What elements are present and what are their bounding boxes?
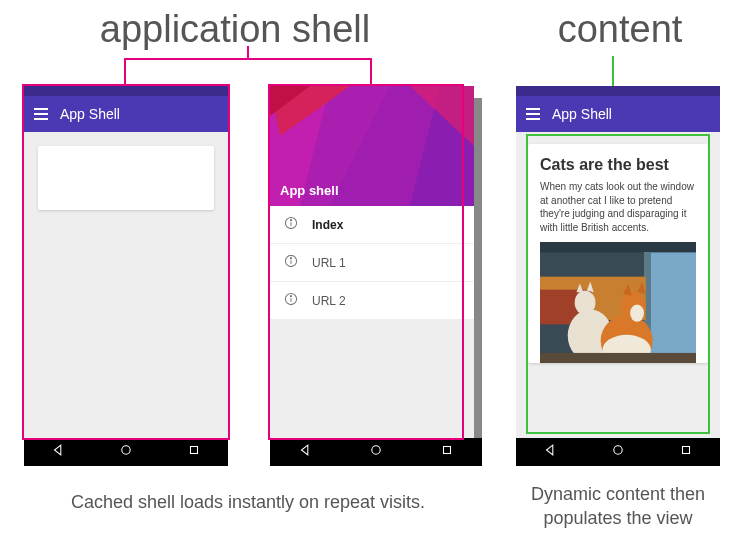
nav-home-icon[interactable] <box>611 443 625 461</box>
appbar: App Shell <box>24 96 228 132</box>
phone-shell-empty: App Shell <box>24 86 228 466</box>
app-title: App Shell <box>552 106 612 122</box>
nav-back-icon[interactable] <box>51 443 65 461</box>
nav-home-icon[interactable] <box>369 443 383 461</box>
drawer-item-url2[interactable]: URL 2 <box>270 282 474 320</box>
drawer-item-label: URL 2 <box>312 294 346 308</box>
android-navbar <box>24 438 228 466</box>
info-icon <box>284 254 298 271</box>
android-navbar <box>270 438 482 466</box>
svg-rect-35 <box>540 353 696 363</box>
info-icon <box>284 216 298 233</box>
svg-rect-20 <box>540 242 696 252</box>
connector-content <box>612 56 614 86</box>
svg-rect-37 <box>683 447 690 454</box>
heading-application-shell: application shell <box>60 8 410 51</box>
content-card: Cats are the best When my cats look out … <box>528 144 708 363</box>
svg-point-10 <box>290 220 291 221</box>
phone-shell-drawer: App shell Index URL 1 URL 2 <box>270 86 474 466</box>
content-placeholder-card <box>38 146 214 210</box>
drawer-list: Index URL 1 URL 2 <box>270 206 474 438</box>
info-icon <box>284 292 298 309</box>
caption-shell: Cached shell loads instantly on repeat v… <box>18 490 478 514</box>
drawer-item-label: URL 1 <box>312 256 346 270</box>
svg-point-0 <box>122 446 130 454</box>
svg-point-17 <box>372 446 380 454</box>
statusbar <box>516 86 720 96</box>
drawer-hero-label: App shell <box>280 183 339 198</box>
android-navbar <box>516 438 720 466</box>
drawer-item-url1[interactable]: URL 1 <box>270 244 474 282</box>
svg-point-32 <box>630 304 644 321</box>
hamburger-icon[interactable] <box>34 108 48 120</box>
svg-rect-1 <box>191 447 198 454</box>
drawer-item-index[interactable]: Index <box>270 206 474 244</box>
content-body: When my cats look out the window at anot… <box>540 180 696 234</box>
svg-point-36 <box>614 446 622 454</box>
nav-recent-icon[interactable] <box>187 443 201 461</box>
app-title: App Shell <box>60 106 120 122</box>
nav-recent-icon[interactable] <box>679 443 693 461</box>
appbar: App Shell <box>516 96 720 132</box>
nav-back-icon[interactable] <box>543 443 557 461</box>
phone-content: App Shell Cats are the best When my cats… <box>516 86 720 466</box>
nav-back-icon[interactable] <box>298 443 312 461</box>
drawer-item-label: Index <box>312 218 343 232</box>
statusbar <box>24 86 228 96</box>
drawer-hero: App shell <box>270 86 474 206</box>
svg-rect-18 <box>443 447 450 454</box>
svg-point-13 <box>290 258 291 259</box>
connector-app-shell <box>124 58 372 60</box>
caption-content: Dynamic content then populates the view <box>506 482 730 531</box>
nav-home-icon[interactable] <box>119 443 133 461</box>
svg-point-26 <box>575 291 596 315</box>
hamburger-icon[interactable] <box>526 108 540 120</box>
heading-content: content <box>520 8 720 51</box>
content-title: Cats are the best <box>540 156 696 174</box>
content-image <box>540 242 696 363</box>
svg-point-16 <box>290 296 291 297</box>
nav-recent-icon[interactable] <box>440 443 454 461</box>
